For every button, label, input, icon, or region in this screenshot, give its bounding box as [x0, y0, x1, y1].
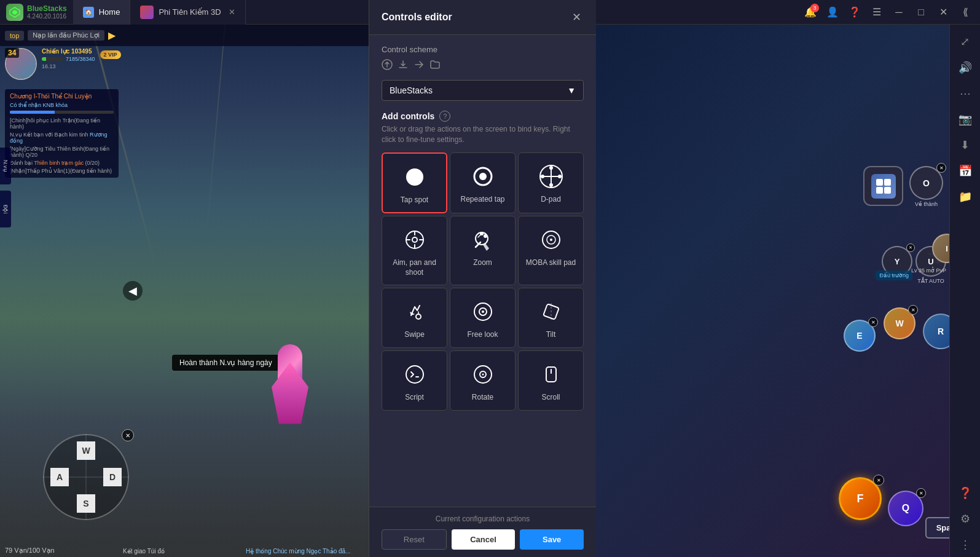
account-button[interactable]: 👤 — [823, 2, 842, 22]
bluestacks-icon — [6, 4, 23, 21]
svg-point-22 — [482, 310, 484, 313]
control-d-pad[interactable]: D-pad — [518, 152, 584, 214]
svg-point-14 — [484, 234, 487, 238]
help-button[interactable]: ❓ — [845, 2, 864, 22]
zoom-label: Zoom — [473, 258, 492, 268]
player-hp: 7185/38340 — [66, 56, 95, 62]
side-panel-n-vu[interactable]: N.vụ — [0, 148, 11, 184]
mission-progress-fill — [10, 111, 55, 114]
repeated-tap-icon — [469, 163, 496, 190]
sidebar-folder-icon[interactable]: 📁 — [953, 184, 978, 209]
close-window-button[interactable]: ✕ — [933, 2, 953, 22]
d-pad-icon — [538, 163, 565, 190]
sidebar-grid-icon[interactable]: ⋯ — [953, 81, 978, 106]
f-button-close[interactable]: ✕ — [873, 475, 884, 486]
mission-item-5: [Nhận]Thấp Phủ Vân(1)(Đang tiến hành) — [10, 168, 114, 174]
control-repeated-tap[interactable]: Repeated tap — [450, 152, 515, 214]
minimize-button[interactable]: ─ — [889, 2, 909, 22]
tab-home-label: Home — [99, 7, 120, 17]
control-swipe[interactable]: Swipe — [382, 288, 447, 348]
hp-fill — [42, 57, 46, 61]
add-controls-title: Add controls — [382, 111, 434, 121]
nav-arrow-right[interactable]: ▶ — [108, 30, 116, 41]
scroll-icon — [538, 361, 565, 388]
svg-point-3 — [406, 168, 423, 186]
swipe-icon — [401, 298, 428, 325]
w-skill-close[interactable]: ✕ — [908, 305, 918, 315]
scheme-download-icon[interactable] — [398, 59, 409, 73]
add-controls-help-icon[interactable]: ? — [439, 111, 450, 122]
notification-badge: 3 — [810, 4, 819, 12]
control-free-look[interactable]: Free look — [450, 288, 515, 348]
tab-game-close[interactable]: ✕ — [229, 7, 235, 17]
sidebar-calendar-icon[interactable]: 📅 — [953, 159, 978, 183]
game-bottom-items: Kết giao Túi đồ — [123, 548, 165, 555]
menu-button[interactable]: ☰ — [867, 2, 887, 22]
o-button-label: Về thành — [909, 201, 943, 207]
svg-marker-1 — [12, 10, 17, 15]
app-name: BlueStacks — [27, 4, 67, 13]
control-moba-skill-pad[interactable]: MOBA skill pad — [518, 216, 584, 285]
svg-point-8 — [549, 183, 553, 187]
game-nav-nap[interactable]: Nạp lần đầu Phúc Lợi — [28, 30, 104, 41]
game-nav-item[interactable]: top — [5, 31, 24, 41]
sidebar-volume-icon[interactable]: 🔊 — [953, 55, 978, 80]
sidebar-question-icon[interactable]: ❓ — [953, 481, 978, 505]
sidebar-settings-icon[interactable]: ⚙ — [953, 507, 978, 531]
map-button[interactable] — [863, 166, 903, 206]
script-icon — [401, 361, 428, 388]
dpad-close[interactable]: ✕ — [122, 429, 134, 441]
sidebar-expand-icon[interactable]: ⤢ — [953, 30, 978, 54]
o-button-close[interactable]: ✕ — [936, 163, 946, 173]
reset-button[interactable]: Reset — [382, 529, 447, 550]
dpad-v-line — [86, 434, 87, 520]
mission-item-3: [Ngày]Cường Tiêu Thiên Binh(Đang tiến hà… — [10, 146, 114, 158]
character-sprite — [265, 314, 315, 424]
y-button-close[interactable]: ✕ — [906, 243, 915, 252]
save-button[interactable]: Save — [520, 529, 584, 550]
bluestacks-logo: BlueStacks 4.240.20.1016 — [0, 4, 73, 21]
control-scroll[interactable]: Scroll — [518, 350, 584, 411]
mission-title: Chương I-Thối Thể Chi Luyện — [10, 93, 114, 100]
scheme-dropdown[interactable]: BlueStacks ▼ — [382, 80, 584, 101]
svg-point-9 — [541, 175, 544, 178]
control-aim-pan-shoot[interactable]: Aim, pan and shoot — [382, 216, 447, 285]
controls-grid: Tap spot Repeated tap — [382, 152, 584, 411]
editor-close-button[interactable]: ✕ — [569, 10, 584, 25]
scheme-value: BlueStacks — [390, 85, 433, 95]
tilt-icon — [538, 298, 565, 325]
dau-truong-button[interactable]: Đấu trường — [876, 271, 912, 280]
chat-bubble: Hoàn thành N.vụ hàng ngày — [172, 355, 280, 371]
side-panel-doi[interactable]: Đội — [0, 191, 11, 227]
add-controls-header: Add controls ? — [382, 111, 584, 122]
scheme-share-icon[interactable] — [414, 59, 425, 73]
tap-spot-label: Tap spot — [401, 196, 428, 205]
rotate-icon — [469, 361, 496, 388]
control-rotate[interactable]: Rotate — [450, 350, 515, 411]
maximize-button[interactable]: □ — [911, 2, 931, 22]
tilt-label: Tilt — [546, 330, 556, 340]
player-info-area: Chiến lực 103495 7185/38340 16.13 2 VIP — [5, 48, 121, 80]
tab-home[interactable]: 🏠 Home — [73, 0, 131, 25]
control-script[interactable]: Script — [382, 350, 447, 411]
moba-skill-pad-label: MOBA skill pad — [526, 258, 576, 268]
scheme-actions — [382, 59, 584, 73]
sidebar-more-icon[interactable]: ⋮ — [953, 532, 978, 557]
notification-button[interactable]: 🔔 3 — [801, 2, 820, 22]
collapse-button[interactable]: ⟪ — [955, 2, 975, 22]
sidebar-camera-icon[interactable]: 📷 — [953, 107, 978, 132]
add-controls-section: Add controls ? Click or drag the actions… — [382, 111, 584, 411]
q-button-close[interactable]: ✕ — [916, 488, 926, 498]
scheme-folder-icon[interactable] — [429, 59, 441, 73]
control-tilt[interactable]: Tilt — [518, 288, 584, 348]
svg-point-15 — [480, 232, 484, 235]
tab-game[interactable]: Phi Tiên Kiếm 3D ✕ — [130, 0, 245, 25]
sidebar-download-icon[interactable]: ⬇ — [953, 133, 978, 157]
scheme-upload-icon[interactable] — [382, 59, 393, 73]
scroll-left-button[interactable]: ◀ — [123, 281, 143, 301]
control-zoom[interactable]: Zoom — [450, 216, 515, 285]
control-tap-spot[interactable]: Tap spot — [382, 152, 447, 214]
q-button-container: Q ✕ — [888, 491, 923, 526]
cancel-button[interactable]: Cancel — [452, 529, 515, 550]
e-button-close[interactable]: ✕ — [868, 317, 878, 327]
